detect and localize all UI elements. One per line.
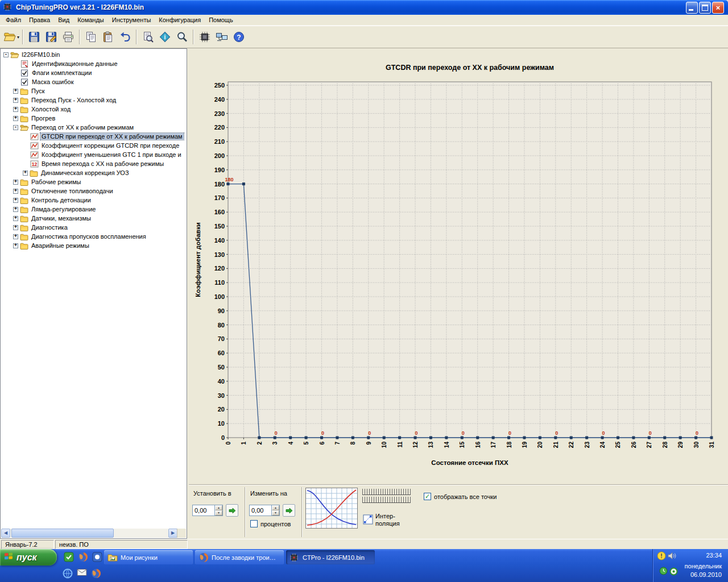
show-all-points-checkbox[interactable]: ✓ отображать все точки [424,493,497,500]
tree-item[interactable]: Коэффициент коррекции GTCDR при переходе [1,141,186,150]
tree-expander[interactable]: - [13,125,18,130]
scrollbar-thumb[interactable] [11,529,114,538]
green-dot-icon[interactable] [659,567,668,576]
tree-item-label[interactable]: Динамическая коррекция УОЗ [40,169,130,176]
scroll-left-button[interactable]: ◀ [1,529,10,538]
tree-expander[interactable]: + [23,171,28,176]
set-to-spinner[interactable]: 0,00 ▲▼ [192,505,223,516]
menu-help[interactable]: Помощь [205,15,237,24]
mail-icon[interactable] [77,568,88,580]
set-to-value[interactable]: 0,00 [193,505,214,516]
spin-up-icon[interactable]: ▲ [272,505,279,510]
tree-item[interactable]: +Холостой ход [1,105,186,114]
undo-button[interactable] [117,28,134,45]
app-blue-icon[interactable] [92,552,104,563]
gtcdr-chart[interactable]: 0102030405060708090100110120130140150160… [189,48,728,484]
scroll-right-button[interactable]: ▶ [168,529,177,538]
tree-item[interactable]: +Датчики, механизмы [1,214,186,223]
firefox-icon[interactable] [78,552,89,563]
open-button[interactable]: ▾ [3,28,20,45]
menu-file[interactable]: Файл [2,15,25,24]
spin-up-icon[interactable]: ▲ [215,505,222,510]
tree-item[interactable]: +Динамическая коррекция УОЗ [1,168,186,177]
tree-item-label[interactable]: Маска ошибок [31,78,75,85]
green-clock-icon[interactable] [669,567,679,576]
tree-item[interactable]: 12Время перехода с ХХ на рабочие режимы [1,159,186,168]
save-as-button[interactable] [43,28,60,45]
tree-expander[interactable]: + [13,225,18,230]
percent-checkbox[interactable]: процентов [250,520,291,527]
network-button[interactable] [213,28,230,45]
tree-item[interactable]: Коэффициент уменьшения GTC 1 при выходе … [1,150,186,159]
maximize-button[interactable] [699,2,711,14]
tree-item-label[interactable]: Прогрев [30,115,56,122]
tree-item-label[interactable]: Переход от ХХ к рабочим режимам [30,124,135,131]
start-button[interactable]: пуск [0,549,57,566]
menu-configuration[interactable]: Конфигурация [155,15,205,24]
tree-item[interactable]: +Отключение топливоподачи [1,186,186,196]
tree-item[interactable]: +Диагностика пропусков воспламенения [1,232,186,241]
tree-item[interactable]: +Прогрев [1,114,186,123]
tree-item[interactable]: -Переход от ХХ к рабочим режимам [1,123,186,132]
change-by-spinner[interactable]: 0,00 ▲▼ [249,505,280,516]
tree-item-label[interactable]: Флаги комплектации [31,69,93,76]
chip-tools-button[interactable] [196,28,213,45]
tree-item[interactable]: Флаги комплектации [1,68,186,77]
tree-expander[interactable]: + [13,98,18,103]
taskbar-task[interactable]: Мои рисунки [104,550,193,564]
tree-item-label[interactable]: Лямда-регулирование [30,206,97,213]
preview-button[interactable] [139,28,156,45]
taskbar-task[interactable]: После заводки трои… [195,550,284,564]
tree-item-label[interactable]: Рабочие режимы [30,178,82,185]
tree-item-label[interactable]: Холостой ход [30,106,72,113]
tree-item-label[interactable]: Пуск [30,88,46,94]
save-button[interactable] [26,28,43,45]
interpolation-ruler[interactable] [362,489,411,505]
tree-item-label[interactable]: Коэффициент коррекции GTCDR при переходе [40,142,180,149]
menu-commands[interactable]: Команды [73,15,108,24]
tree-item-label[interactable]: Диагностика пропусков воспламенения [30,233,147,240]
tree-item-label[interactable]: Отключение топливоподачи [30,188,114,194]
menu-edit[interactable]: Правка [25,15,54,24]
tree-expander[interactable]: + [13,89,18,94]
apply-set-button[interactable] [226,504,238,517]
tree-horizontal-scrollbar[interactable]: ◀ ▶ [1,529,177,538]
tree-expander[interactable]: + [13,216,18,221]
apply-change-button[interactable] [283,504,295,517]
clock[interactable]: 23:34 [706,552,722,559]
tree-item-label[interactable]: Диагностика [30,224,69,231]
app-green-icon[interactable] [64,552,75,563]
tree-item-label[interactable]: Контроль детонации [30,197,92,203]
tree-expander[interactable]: + [13,107,18,112]
tree-item[interactable]: Маска ошибок [1,77,186,86]
chart-area[interactable]: 0102030405060708090100110120130140150160… [189,48,728,484]
tree-expander[interactable]: + [13,116,18,121]
tree-item[interactable]: +Контроль детонации [1,196,186,205]
tree-item-label[interactable]: I226FM10.bin [20,51,61,58]
tree-item-label[interactable]: Переход Пуск - Холостой ход [30,97,117,103]
tree-item[interactable]: +Переход Пуск - Холостой ход [1,95,186,105]
menu-tools[interactable]: Инструменты [108,15,155,24]
checkbox-icon[interactable]: ✓ [424,493,431,500]
tree-item[interactable]: +Аварийные режимы [1,241,186,250]
speaker-icon[interactable] [667,551,676,560]
change-by-value[interactable]: 0,00 [250,505,271,516]
tree-item-label[interactable]: Коэффициент уменьшения GTC 1 при выходе … [40,151,183,158]
tree-expander[interactable]: + [13,243,18,248]
checkbox-icon[interactable] [250,520,258,527]
minimize-button[interactable] [686,2,698,14]
tree-item-label[interactable]: Идентификационные данные [31,60,119,67]
paste-button[interactable] [100,28,117,45]
interpolation-button[interactable]: Интер-поляция [363,509,412,531]
dropdown-arrow-icon[interactable]: ▾ [17,35,19,40]
tree-expander[interactable]: + [13,180,18,185]
tree-item-label[interactable]: Время перехода с ХХ на рабочие режимы [40,160,165,167]
tree-expander[interactable]: + [13,189,18,194]
firefox-icon[interactable] [91,568,102,580]
copy-button[interactable] [82,28,100,45]
menu-view[interactable]: Вид [54,15,73,24]
tree-item[interactable]: -I226FM10.bin [1,50,186,59]
print-button[interactable] [60,28,77,45]
tree-expander[interactable]: - [3,52,9,57]
curve-preview[interactable] [305,488,358,529]
